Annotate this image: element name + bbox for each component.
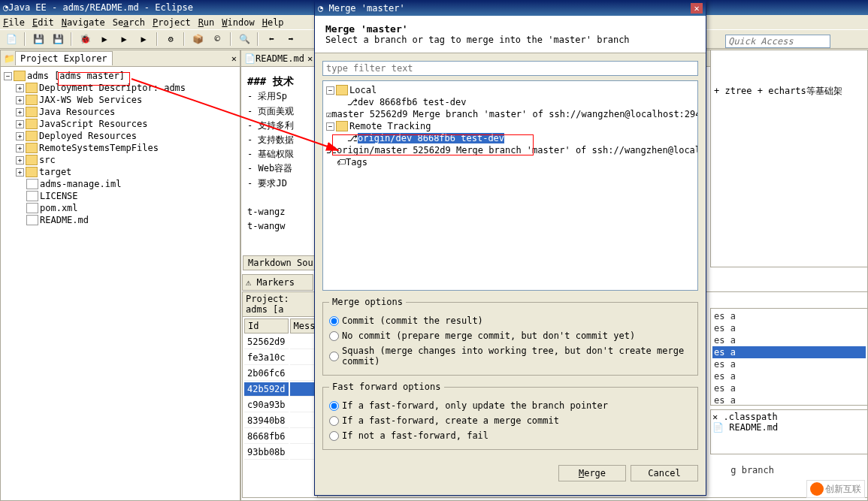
project-tree[interactable]: − adms [adms master] +Deployment Descrip… <box>1 67 240 229</box>
menu-help[interactable]: Help <box>262 17 284 28</box>
radio-nocommit[interactable] <box>329 331 339 341</box>
close-tab-icon[interactable]: ✕ <box>307 53 313 64</box>
tree-root[interactable]: − adms [adms master] <box>4 70 237 82</box>
dd-icon <box>26 83 38 93</box>
radio-ff-not[interactable] <box>329 431 339 441</box>
radio-commit[interactable] <box>329 316 339 326</box>
branch-icon: ⎇ <box>347 133 358 143</box>
coverage-icon[interactable]: ▶ <box>135 31 152 47</box>
file-classpath[interactable]: ✕ .classpath <box>712 412 866 422</box>
forward-icon[interactable]: ➡ <box>283 31 299 47</box>
right-panel: + ztree + echarts等基础架 <box>710 50 868 267</box>
right-files: ✕ .classpath 📄 README.md <box>710 409 868 454</box>
expand-icon[interactable]: + <box>16 84 24 92</box>
watermark: 创新互联 <box>806 480 865 498</box>
new-package-icon[interactable]: 📦 <box>189 31 206 47</box>
new-class-icon[interactable]: © <box>209 31 225 47</box>
eclipse-icon: ◔ <box>318 3 323 14</box>
dialog-title: Merge 'master' <box>328 3 404 14</box>
merge-button[interactable]: Merge <box>558 465 626 481</box>
radio-squash[interactable] <box>329 352 339 361</box>
menu-run[interactable]: Run <box>198 17 215 28</box>
md-icon: 📄 <box>244 53 256 64</box>
file-readme[interactable]: 📄 README.md <box>712 422 866 433</box>
file-icon <box>26 203 38 213</box>
menu-navigate[interactable]: Navigate <box>62 17 105 28</box>
collapse-icon[interactable]: − <box>4 72 12 80</box>
debug-icon[interactable]: 🐞 <box>77 31 93 47</box>
cancel-button[interactable]: Cancel <box>631 465 698 481</box>
markers-icon: ⚠ <box>246 277 251 288</box>
branch-icon: ⎇ <box>326 145 337 155</box>
save-icon[interactable]: 💾 <box>30 31 47 47</box>
search-icon[interactable]: 🔍 <box>236 31 253 47</box>
window-title: Java EE - adms/README.md - Eclipse <box>8 2 193 13</box>
menu-project[interactable]: Project <box>153 17 191 28</box>
save-all-icon[interactable]: 💾 <box>50 31 66 47</box>
java-icon <box>26 107 38 117</box>
folder-icon: 📁 <box>4 53 15 64</box>
file-icon <box>26 215 38 225</box>
dialog-subtitle: Select a branch or tag to merge into the… <box>325 35 695 45</box>
right-log: es a es a es a es a es a es a es a es a <box>710 308 868 406</box>
new-server-icon[interactable]: ⚙ <box>162 31 179 47</box>
menu-window[interactable]: Window <box>222 17 254 28</box>
menu-file[interactable]: File <box>3 17 25 28</box>
radio-ff-merge[interactable] <box>329 416 339 426</box>
deployed-icon <box>26 131 38 141</box>
checked-branch-icon: ☑ <box>326 109 331 119</box>
eclipse-icon: ◔ <box>3 2 8 13</box>
watermark-logo-icon <box>810 482 824 496</box>
folder-icon <box>336 121 348 131</box>
menu-search[interactable]: Search <box>113 17 145 28</box>
folder-icon <box>336 85 348 95</box>
menu-edit[interactable]: Edit <box>32 17 54 28</box>
back-icon[interactable]: ⬅ <box>263 31 280 47</box>
tags-icon: 🏷 <box>337 157 346 168</box>
branch-icon: ⎇ <box>347 97 358 107</box>
markers-tab[interactable]: ⚠ Markers <box>242 274 313 291</box>
quick-access-input[interactable] <box>725 35 830 48</box>
project-explorer-tab[interactable]: Project Explorer <box>15 51 113 65</box>
selected-branch[interactable]: origin/dev 8668fb6 test-dev <box>358 133 504 143</box>
merge-tree[interactable]: −Local ⎇ dev 8668fb6 test-dev ☑ master 5… <box>322 80 698 291</box>
radio-ff-only[interactable] <box>329 401 339 411</box>
jaxws-icon <box>26 95 38 105</box>
file-icon <box>26 179 38 189</box>
target-icon <box>26 167 38 177</box>
project-explorer-panel: 📁 Project Explorer ✕ − adms [adms master… <box>0 50 240 501</box>
run-icon[interactable]: ▶ <box>96 31 113 47</box>
ff-options-group: Fast forward options If a fast-forward, … <box>322 382 698 450</box>
history-project: Project: adms [a <box>243 292 317 317</box>
dialog-heading: Merge 'master' <box>325 23 695 35</box>
new-icon[interactable]: 📄 <box>3 31 20 47</box>
close-icon[interactable]: ✕ <box>691 3 703 14</box>
run-last-icon[interactable]: ▶ <box>116 31 132 47</box>
remote-icon <box>26 143 38 153</box>
editor-tab-readme[interactable]: README.md <box>256 53 304 64</box>
project-icon <box>14 71 26 81</box>
js-icon <box>26 119 38 129</box>
history-panel: Project: adms [a IdMessage 52562d9 fe3a1… <box>243 292 318 497</box>
file-icon <box>26 191 38 201</box>
merge-options-group: Merge options Commit (commit the result)… <box>322 297 698 376</box>
filter-input[interactable] <box>322 61 698 76</box>
close-icon[interactable]: ✕ <box>231 53 237 64</box>
col-id[interactable]: Id <box>244 318 289 333</box>
src-icon <box>26 155 38 165</box>
branch-label: g branch <box>730 465 774 475</box>
merge-dialog: ◔ Merge 'master' ✕ Merge 'master' Select… <box>314 0 706 496</box>
right-text: + ztree + echarts等基础架 <box>714 85 864 98</box>
